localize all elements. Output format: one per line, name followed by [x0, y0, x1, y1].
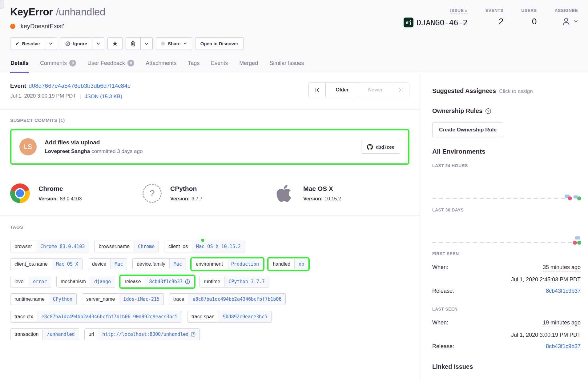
event-label: Event — [10, 82, 26, 89]
commit-title: Add files via upload — [45, 139, 143, 146]
suspect-commit-card[interactable]: LS Add files via upload Lovepreet Sangha… — [10, 129, 409, 165]
release-label: Release: — [432, 343, 454, 350]
last-seen-absolute: Jul 1, 2020 3:00:19 PM PDT — [511, 332, 581, 338]
issue-number-label: ISSUE # — [450, 8, 468, 14]
stat-assignee: ASSIGNEE — [554, 8, 578, 27]
tab-attachments[interactable]: Attachments — [145, 58, 177, 73]
ignore-dropdown-button[interactable] — [92, 38, 104, 50]
ignore-button[interactable]: Ignore — [60, 38, 92, 50]
last-24-hours-label: LAST 24 HOURS — [432, 163, 581, 168]
issue-culprit: /unhandled — [56, 6, 105, 18]
last-seen-release-link[interactable]: 8cb43f1c9b37 — [546, 343, 581, 350]
help-circle-icon[interactable]: ? — [485, 108, 491, 114]
resolve-dropdown-button[interactable] — [45, 38, 57, 50]
bookmark-star-button[interactable]: ★ — [108, 38, 122, 50]
tags-heading: TAGS — [10, 224, 409, 230]
tab-user-feedback[interactable]: User Feedback0 — [87, 58, 135, 73]
tag-pill-server-name: server_nameIdos-iMac-215 — [82, 293, 164, 305]
tab-events[interactable]: Events — [211, 58, 228, 73]
issue-title-block: KeyError/unhandled 'keyDoesntExist' — [10, 6, 105, 30]
oldest-event-button[interactable] — [308, 82, 326, 97]
suggested-assignees-hint[interactable]: Click to assign — [499, 88, 533, 94]
commit-author-avatar: LS — [19, 138, 37, 155]
discover-button-group: Open in Discover — [195, 37, 244, 50]
issue-type: KeyError — [10, 6, 53, 18]
first-seen-release-link[interactable]: 8cb43f1c9b37 — [546, 288, 581, 294]
event-pagination: Older Newer — [308, 82, 409, 97]
first-seen-absolute: Jul 1, 2020 2:45:03 PM PDT — [511, 276, 581, 283]
tag-pill-handled: handledno — [268, 258, 308, 270]
context-os: Mac OS X Version:10.15.2 — [275, 183, 407, 203]
delete-dropdown-button[interactable] — [140, 38, 152, 50]
chevron-down-icon — [49, 42, 53, 45]
tag-pill-transaction: transaction/unhandled — [10, 328, 79, 340]
users-label: USERS — [521, 8, 537, 13]
assignee-person-icon — [562, 17, 571, 26]
chevron-down-icon — [183, 42, 187, 45]
create-ownership-rule-button[interactable]: Create Ownership Rule — [432, 123, 503, 137]
first-seen-marker — [573, 241, 577, 245]
events-count[interactable]: 2 — [499, 17, 504, 26]
event-id-link[interactable]: d08d7667e4a5476eb3b3db6d7f14c84c — [29, 82, 131, 89]
tag-pill-runtime-name: runtime.nameCPython — [10, 293, 77, 305]
skip-to-first-icon — [315, 87, 320, 93]
share-label: Share — [168, 41, 181, 46]
issue-stats: ISSUE # dj DJANGO-46-2 EVENTS 2 USERS 0 … — [404, 6, 578, 27]
resolve-button[interactable]: ✔ Resolve — [10, 38, 45, 50]
ignore-button-group: Ignore — [60, 37, 104, 50]
event-json-link[interactable]: JSON (15.3 KB) — [85, 94, 122, 100]
commit-sha-button[interactable]: d3d7cee — [361, 140, 400, 154]
tab-similar-issues[interactable]: Similar Issues — [269, 58, 304, 73]
suspect-commits-heading: SUSPECT COMMITS (1) — [10, 118, 409, 123]
error-level-dot — [10, 24, 15, 29]
users-count[interactable]: 0 — [532, 17, 537, 26]
tab-tags[interactable]: Tags — [187, 58, 200, 73]
check-icon: ✔ — [15, 41, 19, 46]
sparkline-baseline — [432, 198, 581, 199]
suggested-assignees-title: Suggested Assignees — [432, 87, 496, 94]
delete-button[interactable] — [126, 38, 140, 50]
open-in-discover-button[interactable]: Open in Discover — [195, 38, 243, 50]
window-edge-artifact — [0, 0, 4, 9]
cursor-marker — [201, 239, 204, 242]
context-version: 3.7.7 — [191, 196, 203, 201]
context-version: 83.0.4103 — [60, 196, 82, 201]
commit-sha: d3d7cee — [376, 144, 394, 150]
tags-section: TAGS browserChrome 83.0.4103 browser.nam… — [0, 216, 420, 349]
tab-merged[interactable]: Merged — [239, 58, 258, 73]
share-button[interactable]: Share — [156, 38, 192, 50]
context-version: 10.15.2 — [324, 196, 341, 201]
when-label: When: — [432, 264, 448, 271]
older-event-button[interactable]: Older — [326, 82, 359, 97]
issue-short-id: DJANGO-46-2 — [417, 18, 468, 27]
external-link-icon[interactable] — [191, 332, 195, 337]
context-runtime: ? CPython Version:3.7.7 — [143, 183, 275, 203]
page-title: KeyError/unhandled — [10, 6, 105, 18]
info-icon[interactable] — [185, 279, 190, 284]
chevron-down-icon — [96, 42, 100, 45]
events-label: EVENTS — [485, 8, 503, 13]
skip-to-latest-button[interactable] — [392, 82, 409, 97]
context-name: Chrome — [38, 185, 82, 192]
assignee-dropdown[interactable] — [562, 17, 578, 26]
share-status-dot-icon — [161, 42, 165, 46]
chrome-logo-icon — [10, 183, 30, 203]
bookmark-button-group: ★ — [107, 37, 123, 50]
issue-details-main: Eventd08d7667e4a5476eb3b3db6d7f14c84c Ju… — [0, 73, 420, 380]
tag-pill-trace-span: trace.span90d892c9eace3bc5 — [187, 311, 272, 323]
last-seen-marker — [577, 196, 581, 200]
sparkline-baseline — [432, 242, 581, 243]
tag-pill-release: release8cb43f1c9b37 — [120, 276, 194, 287]
context-browser: Chrome Version:83.0.4103 — [10, 183, 143, 203]
action-toolbar: ✔ Resolve Ignore ★ — [10, 37, 578, 50]
event-header: Eventd08d7667e4a5476eb3b3db6d7f14c84c Ju… — [0, 73, 420, 110]
tab-comments[interactable]: Comments0 — [40, 58, 76, 73]
issue-tabs: Details Comments0 User Feedback0 Attachm… — [10, 58, 578, 73]
tab-details[interactable]: Details — [10, 58, 29, 73]
tag-pill-browser-name: browser.nameChrome — [94, 241, 159, 252]
last-30-days-label: LAST 30 DAYS — [432, 207, 581, 212]
tag-pill-client-os: client_osMac OS X 10.15.2 — [164, 241, 245, 252]
first-seen-relative: 35 minutes ago — [543, 264, 581, 271]
trash-icon — [131, 41, 136, 46]
newer-event-button[interactable]: Newer — [359, 82, 392, 97]
